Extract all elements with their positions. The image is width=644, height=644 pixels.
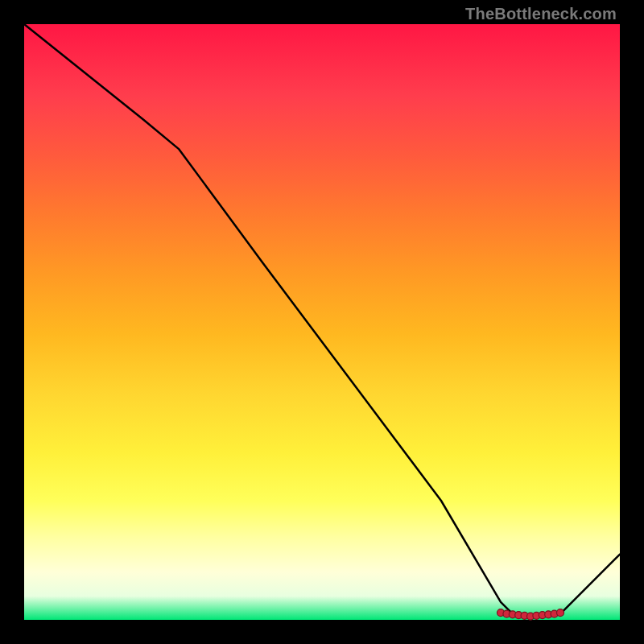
chart-overlay [24, 24, 620, 620]
marker-dot [557, 609, 564, 617]
chart-stage: TheBottleneck.com [0, 0, 644, 644]
line-series [24, 24, 620, 617]
marker-cluster [497, 609, 564, 621]
watermark-text: TheBottleneck.com [465, 5, 617, 23]
